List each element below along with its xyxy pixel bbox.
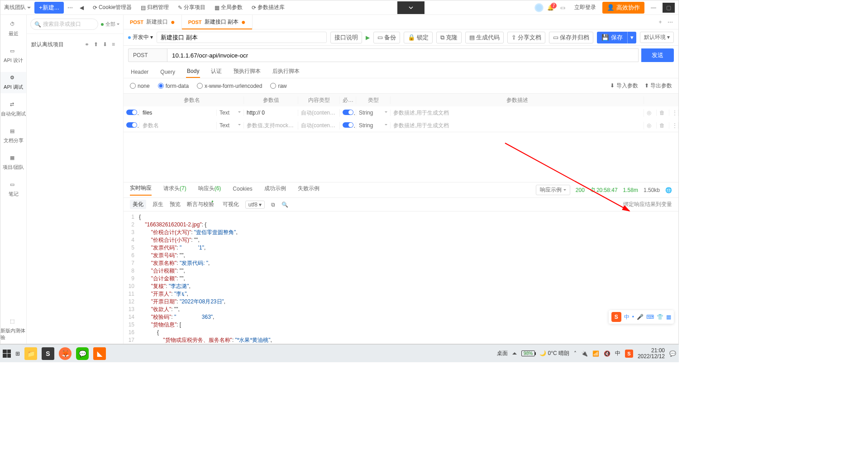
backup-button[interactable]: ▭备份 xyxy=(373,32,400,43)
param-content[interactable]: 自动(content-type) xyxy=(298,122,340,129)
desc-button[interactable]: 接口说明 xyxy=(330,32,362,43)
copy-icon[interactable]: ⧉ xyxy=(271,201,275,208)
download-icon[interactable]: ⬇ xyxy=(103,41,107,48)
reqtab-body[interactable]: Body xyxy=(186,68,200,78)
cookie-manager[interactable]: ⟳ Cookie管理器 xyxy=(90,4,134,11)
ime-icon[interactable]: 中 xyxy=(615,350,620,357)
reqtab-postscript[interactable]: 后执行脚本 xyxy=(272,67,300,78)
save-button[interactable]: 💾 保存 xyxy=(597,32,627,43)
save-archive-button[interactable]: ▭保存并归档 xyxy=(549,32,593,43)
param-type-dd[interactable]: String xyxy=(356,110,391,116)
encoding-dd[interactable]: utf8 ▾ xyxy=(245,201,265,209)
resptab-reqhead[interactable]: 请求头(7) xyxy=(163,185,186,195)
share-project[interactable]: ✎ 分享项目 xyxy=(175,4,208,11)
rail-doc-share[interactable]: ▤文档分享 xyxy=(0,125,26,147)
wifi-icon[interactable]: 📶 xyxy=(592,350,599,357)
notifications-icon[interactable]: 🔔7 xyxy=(547,5,554,11)
wechat-icon[interactable]: 💬 xyxy=(76,347,89,360)
clone-button[interactable]: ⧉克隆 xyxy=(436,32,462,43)
start-button[interactable] xyxy=(3,350,11,358)
globe-icon[interactable]: 🌐 xyxy=(665,187,672,193)
team-dropdown[interactable]: 离线团队 xyxy=(4,4,31,11)
rail-api-debug[interactable]: ⚙API 调试 xyxy=(0,72,26,93)
reqtab-prescript[interactable]: 预执行脚本 xyxy=(233,67,262,78)
desktop-label[interactable]: 桌面 xyxy=(497,350,508,357)
row-enable-toggle[interactable] xyxy=(126,110,137,115)
sogou-tray-icon[interactable]: S xyxy=(625,350,633,358)
row-required-toggle[interactable] xyxy=(343,110,353,115)
param-nametype-dd[interactable]: Text xyxy=(217,110,244,116)
api-name-input[interactable] xyxy=(157,32,327,43)
response-example-dd[interactable]: 响应示例 xyxy=(536,185,570,195)
tab-api-2[interactable]: POST 新建接口 副本 ● xyxy=(182,15,253,29)
archive-manage[interactable]: ▤ 归档管理 xyxy=(138,4,172,11)
sublime-icon[interactable]: S xyxy=(42,347,54,360)
method-dropdown[interactable]: POST xyxy=(128,48,167,62)
sharedoc-button[interactable]: ⇪分享文档 xyxy=(507,32,545,43)
fmt-raw[interactable]: 原生 xyxy=(153,201,163,208)
row-required-toggle[interactable] xyxy=(343,122,353,128)
param-name-input[interactable]: files xyxy=(140,110,217,116)
import-params[interactable]: ⬇ 导入参数 xyxy=(610,82,638,90)
notifications-tray-icon[interactable]: 💬 xyxy=(669,350,676,357)
battery-icon[interactable]: 98% xyxy=(521,350,535,356)
taskview-icon[interactable]: ⊞ xyxy=(15,350,20,357)
power-icon[interactable]: 🔌 xyxy=(581,350,588,357)
explorer-icon[interactable]: 📁 xyxy=(24,347,37,360)
fmt-preview[interactable]: 预览 xyxy=(170,201,181,208)
more-icon[interactable]: ⋯ xyxy=(67,5,73,11)
bind-variable[interactable]: 绑定响应结果到变量 xyxy=(623,201,672,208)
delete-icon[interactable]: 🗑 xyxy=(657,122,669,129)
note-icon[interactable]: ▭ xyxy=(558,5,568,11)
reqtab-query[interactable]: Query xyxy=(159,69,176,78)
fmt-beautify[interactable]: 美化 xyxy=(130,200,146,209)
project-name[interactable]: 默认离线项目 xyxy=(31,41,81,48)
body-raw-radio[interactable]: raw xyxy=(270,83,286,89)
param-type-dd[interactable]: String xyxy=(356,122,391,129)
maximize-icon[interactable]: ▢ xyxy=(663,3,675,13)
upload-icon[interactable]: ⬆ xyxy=(94,41,98,48)
tab-menu-icon[interactable]: ⋯ xyxy=(668,19,673,25)
rail-recent[interactable]: ⏱最近 xyxy=(0,19,26,40)
resptab-rsphead[interactable]: 响应头(6) xyxy=(198,185,221,195)
rail-beta[interactable]: ⬚新版内测体验 xyxy=(0,316,26,344)
url-input[interactable] xyxy=(167,48,639,62)
resptab-realtime[interactable]: 实时响应 xyxy=(130,184,152,196)
tray-expand-icon[interactable] xyxy=(512,350,517,355)
rail-project-team[interactable]: ▦项目/团队 xyxy=(0,152,26,173)
global-params[interactable]: ▦ 全局参数 xyxy=(212,4,245,11)
collab-button[interactable]: 👤 高效协作 xyxy=(602,2,644,14)
rail-api-design[interactable]: ▭API 设计 xyxy=(0,45,26,67)
param-desc-input[interactable]: 参数描述,用于生成文档 xyxy=(391,122,644,129)
firefox-icon[interactable]: 🦊 xyxy=(59,347,72,360)
rail-notes[interactable]: ▭笔记 xyxy=(0,179,26,200)
search-icon[interactable]: 🔍 xyxy=(281,201,288,208)
ime-indicator[interactable]: S 中•🎤⌨👕▦ xyxy=(609,310,674,324)
param-nametype-dd[interactable]: Text xyxy=(217,122,244,129)
back-icon[interactable]: ◀ xyxy=(77,5,86,11)
delete-icon[interactable]: 🗑 xyxy=(657,110,669,116)
param-value-input[interactable]: 参数值,支持mock字段变 xyxy=(244,122,298,129)
login-button[interactable]: 立即登录 xyxy=(572,4,599,11)
lock-button[interactable]: 🔒锁定 xyxy=(404,32,433,43)
env-dropdown[interactable]: 默认环境 ▾ xyxy=(640,32,674,43)
rail-automation[interactable]: ⇄自动化测试 xyxy=(0,99,26,120)
fmt-visual[interactable]: 可视化 xyxy=(223,201,239,208)
locate-icon[interactable]: ◎ xyxy=(644,110,657,116)
weather-icon[interactable]: 🌙 0°C 晴朗 xyxy=(539,350,569,357)
save-caret[interactable]: ▾ xyxy=(627,32,636,43)
tray-expand2-icon[interactable]: ˄ xyxy=(574,350,577,357)
status-dropdown[interactable]: 开发中 ▾ xyxy=(128,34,153,41)
add-tab-icon[interactable]: ＋ xyxy=(658,18,663,26)
reqtab-header[interactable]: Header xyxy=(130,69,149,78)
response-body[interactable]: 1{2 "1663826162001-2.jpg": {3 "价税合计(大写)"… xyxy=(124,211,678,344)
clock[interactable]: 21:00 2022/12/12 xyxy=(638,348,665,360)
list-icon[interactable]: ≡ xyxy=(112,41,115,48)
resptab-cookies[interactable]: Cookies xyxy=(233,186,252,195)
resptab-fail[interactable]: 失败示例 xyxy=(298,185,320,195)
param-value-input[interactable]: http:// 0 xyxy=(244,110,298,116)
param-desc-lib[interactable]: ⟳ 参数描述库 xyxy=(249,4,287,11)
param-content[interactable]: 自动(content-type) xyxy=(298,109,340,117)
fmt-assert[interactable]: 断言与校验● xyxy=(187,201,216,208)
volume-icon[interactable]: 🔇 xyxy=(604,350,610,357)
